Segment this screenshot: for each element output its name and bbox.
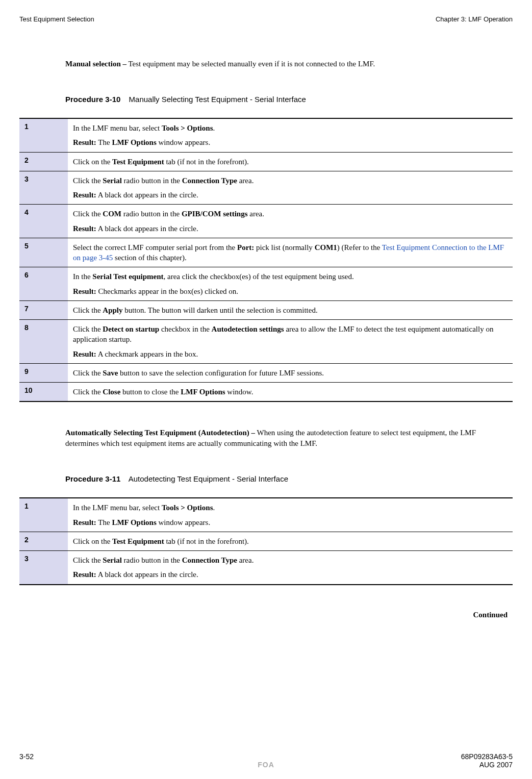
footer-doc-number: 68P09283A63-5 bbox=[411, 752, 513, 761]
step-number: 4 bbox=[19, 205, 68, 238]
table-row: 2 Click on the Test Equipment tab (if no… bbox=[19, 532, 513, 550]
step-number: 6 bbox=[19, 267, 68, 301]
table-row: 1 In the LMF menu bar, select Tools > Op… bbox=[19, 498, 513, 532]
table-row: 2 Click on the Test Equipment tab (if no… bbox=[19, 152, 513, 171]
step-number: 5 bbox=[19, 238, 68, 267]
table-row: 10 Click the Close button to close the L… bbox=[19, 383, 513, 402]
procedure-3-11-title: Procedure 3-11 Autodetecting Test Equipm… bbox=[65, 474, 508, 483]
procedure-3-10-num: Procedure 3-10 bbox=[65, 95, 120, 104]
step-number: 9 bbox=[19, 363, 68, 382]
table-row: 8 Click the Detect on startup checkbox i… bbox=[19, 320, 513, 364]
step-description: Click the Serial radio button in the Con… bbox=[68, 171, 513, 205]
table-row: 1 In the LMF menu bar, select Tools > Op… bbox=[19, 118, 513, 152]
step-number: 2 bbox=[19, 532, 68, 550]
table-row: 7 Click the Apply button. The button wil… bbox=[19, 300, 513, 319]
footer-date: AUG 2007 bbox=[411, 761, 513, 769]
page-header: Test Equipment Selection Chapter 3: LMF … bbox=[19, 15, 513, 23]
footer-page-number: 3-52 bbox=[19, 752, 121, 761]
manual-selection-text: Test equipment may be selected manually … bbox=[126, 60, 375, 68]
step-description: Click on the Test Equipment tab (if not … bbox=[68, 532, 513, 550]
page-footer: 3-52 68P09283A63-5 FOA AUG 2007 bbox=[19, 752, 513, 769]
manual-selection-bold: Manual selection – bbox=[65, 60, 126, 68]
step-description: Click on the Test Equipment tab (if not … bbox=[68, 152, 513, 171]
step-number: 3 bbox=[19, 551, 68, 585]
step-description: In the Serial Test equipment, area click… bbox=[68, 267, 513, 301]
table-row: 6 In the Serial Test equipment, area cli… bbox=[19, 267, 513, 301]
procedure-3-10-name: Manually Selecting Test Equipment - Seri… bbox=[129, 95, 306, 104]
step-number: 1 bbox=[19, 118, 68, 152]
procedure-3-11-table: 1 In the LMF menu bar, select Tools > Op… bbox=[19, 497, 513, 585]
step-description: Click the Apply button. The button will … bbox=[68, 300, 513, 319]
table-row: 3 Click the Serial radio button in the C… bbox=[19, 551, 513, 585]
step-description: Click the Detect on startup checkbox in … bbox=[68, 320, 513, 364]
table-row: 9 Click the Save button to save the sele… bbox=[19, 363, 513, 382]
procedure-3-10-title: Procedure 3-10 Manually Selecting Test E… bbox=[65, 95, 508, 104]
procedure-3-11-name: Autodetecting Test Equipment - Serial In… bbox=[129, 474, 288, 483]
header-left: Test Equipment Selection bbox=[19, 15, 94, 23]
step-number: 1 bbox=[19, 498, 68, 532]
step-description: In the LMF menu bar, select Tools > Opti… bbox=[68, 498, 513, 532]
step-description: Click the Close button to close the LMF … bbox=[68, 383, 513, 402]
footer-foa: FOA bbox=[121, 761, 411, 769]
step-description: Select the correct LMF computer serial p… bbox=[68, 238, 513, 267]
step-description: Click the COM radio button in the GPIB/C… bbox=[68, 205, 513, 238]
step-number: 8 bbox=[19, 320, 68, 364]
manual-selection-paragraph: Manual selection – Test equipment may be… bbox=[65, 59, 508, 104]
step-description: In the LMF menu bar, select Tools > Opti… bbox=[68, 118, 513, 152]
table-row: 5 Select the correct LMF computer serial… bbox=[19, 238, 513, 267]
auto-selection-paragraph: Automatically Selecting Test Equipment (… bbox=[65, 428, 508, 483]
header-right: Chapter 3: LMF Operation bbox=[436, 15, 513, 23]
procedure-3-10-table: 1 In the LMF menu bar, select Tools > Op… bbox=[19, 118, 513, 402]
step-number: 3 bbox=[19, 171, 68, 205]
step-number: 10 bbox=[19, 383, 68, 402]
procedure-3-11-num: Procedure 3-11 bbox=[65, 474, 120, 483]
step-description: Click the Save button to save the select… bbox=[68, 363, 513, 382]
auto-selection-bold: Automatically Selecting Test Equipment (… bbox=[65, 429, 255, 437]
step-number: 7 bbox=[19, 300, 68, 319]
table-row: 3 Click the Serial radio button in the C… bbox=[19, 171, 513, 205]
continued-label: Continued bbox=[19, 611, 508, 619]
step-number: 2 bbox=[19, 152, 68, 171]
step-description: Click the Serial radio button in the Con… bbox=[68, 551, 513, 585]
table-row: 4 Click the COM radio button in the GPIB… bbox=[19, 205, 513, 238]
